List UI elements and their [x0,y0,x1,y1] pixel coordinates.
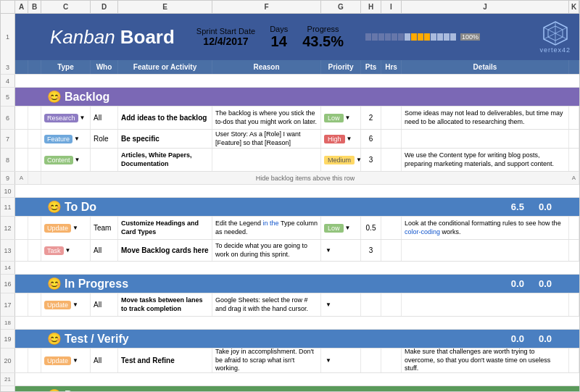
testverify-label: Test / Verify [65,333,129,346]
priority-low-6[interactable]: Low [324,114,344,122]
row-num-11: 11 [1,198,15,216]
details-cell-8: We use the Content type for writing blog… [402,149,569,171]
hide-backlog-label: Hide backlog items above this row [41,172,569,184]
inprogress-row-1: 17 Update ▼ All Move tasks between lanes… [1,293,579,317]
col-header-a: A [15,1,28,13]
row-num-16: 16 [1,275,15,293]
testverify-hrs: 0.0 [539,333,552,344]
priority-cell-20: ▼ [321,349,361,372]
row-num-1: 1 [1,14,15,60]
feature-cell-13: Move Backlog cards here [118,240,212,261]
col-header-i: I [381,1,402,13]
days-label: Days [270,25,288,33]
row-num-18: 18 [1,317,15,329]
sprint-label: Sprint Start Date [196,27,255,36]
priority-cell-13: ▼ [321,240,361,261]
row-18: 18 [1,317,579,330]
hrs-cell-20 [381,349,402,372]
row-num-14: 14 [1,262,15,274]
details-cell-7 [402,130,569,148]
who-cell-20: All [91,349,118,372]
type-badge-task-13[interactable]: Task [44,246,64,255]
col-header-b: B [28,1,41,13]
reason-cell-8 [212,149,321,171]
inprogress-emoji: 😊 [47,277,62,291]
col-header-f: F [212,1,321,13]
spreadsheet: A B C D E F G H I J K 1 Kanban Board Spr… [0,0,580,392]
row-num-4: 4 [1,75,15,87]
priority-medium-8[interactable]: Medium [324,156,355,164]
pts-cell-7: 6 [361,130,381,148]
row-21: 21 [1,373,579,386]
pts-cell-12: 0.5 [361,217,381,239]
pts-cell-8: 3 [361,149,381,171]
type-badge-update-12[interactable]: Update [44,224,71,233]
reason-cell-20: Take joy in accomplishment. Don't be afr… [212,349,321,372]
type-badge-update-20[interactable]: Update [44,356,71,365]
kanban-word: Kanban [50,26,115,48]
row-num-19: 19 [1,330,15,348]
hide-backlog-row: 9 A Hide backlog items above this row A [1,172,579,185]
col-header-g: G [321,1,361,13]
who-cell-8 [91,149,118,171]
row-num-9: 9 [1,172,15,184]
type-chevron[interactable]: ▼ [80,114,86,121]
progress-value: 43.5% [302,33,344,50]
inprogress-pts: 0.0 [511,278,524,289]
col-header-k: K [569,1,579,13]
reason-cell-7: User Story: As a [Role] I want [Feature]… [212,130,321,148]
testverify-header-row: 19 😊 Test / Verify 0.0 0.0 [1,330,579,349]
col-header-c: C [41,1,91,13]
reason-cell-6: The backlog is where you stick the to-do… [212,107,321,129]
type-badge-update-17[interactable]: Update [44,301,71,309]
reason-cell-12: Edit the Legend in the Type column as ne… [212,217,321,239]
testverify-pts: 0.0 [511,333,524,344]
details-cell-17 [402,293,569,316]
who-cell-12: Team [91,217,118,239]
kanban-title: Kanban Board [50,26,175,49]
reason-cell-17: Google Sheets: select the row # and drag… [212,293,321,316]
days-value: 14 [270,33,288,50]
row-num-8: 8 [1,149,15,171]
col-label-type: Type [41,60,91,74]
feature-cell-20: Test and Refine [118,349,212,372]
priority-chevron-6[interactable]: ▼ [345,114,351,121]
type-badge-content[interactable]: Content [44,156,73,164]
done-emoji: 😎 [47,388,62,392]
todo-emoji: 😊 [47,200,62,214]
who-cell-7: Role [91,130,118,148]
col-label-details: Details [402,60,569,74]
priority-high-7[interactable]: High [324,135,345,143]
row-4: 4 [1,75,579,88]
backlog-header-row: 5 😊 Backlog [1,88,579,107]
col-label-pts: Pts [361,60,381,74]
col-label-who: Who [91,60,118,74]
testverify-emoji: 😊 [47,332,62,346]
row-num-23: 23 [1,386,15,392]
priority-cell-17: ▼ [321,293,361,316]
type-badge-feature[interactable]: Feature [44,135,72,143]
progress-label: Progress [302,25,344,33]
reason-cell-13: To decide what you are going to work on … [212,240,321,261]
pts-cell-6: 2 [361,107,381,129]
feature-cell-17: Move tasks between lanes to track comple… [118,293,212,316]
details-cell-12: Look at the conditional formatting rules… [402,217,569,239]
todo-hrs: 0.0 [539,201,552,212]
feature-cell-8: Articles, White Papers, Documentation [118,149,212,171]
days-block: Days 14 [270,25,288,50]
header-row: 1 Kanban Board Sprint Start Date 12/4/20… [1,14,579,60]
row-num-21: 21 [1,373,15,385]
hrs-cell-7 [381,130,402,148]
sprint-date-block: Sprint Start Date 12/4/2017 [196,27,255,47]
col-label-hrs: Hrs [381,60,402,74]
priority-low-12[interactable]: Low [324,224,344,233]
col-label-feature: Feature or Activity [118,60,212,74]
row-num-12: 12 [1,217,15,239]
details-cell-6: Some ideas may not lead to deliverables,… [402,107,569,129]
pts-cell-13: 3 [361,240,381,261]
row-14: 14 [1,262,579,275]
type-badge-research[interactable]: Research [44,114,78,122]
progress-squares [365,33,456,41]
row-num-3: 3 [1,60,15,74]
column-header-row: A B C D E F G H I J K [1,1,579,14]
